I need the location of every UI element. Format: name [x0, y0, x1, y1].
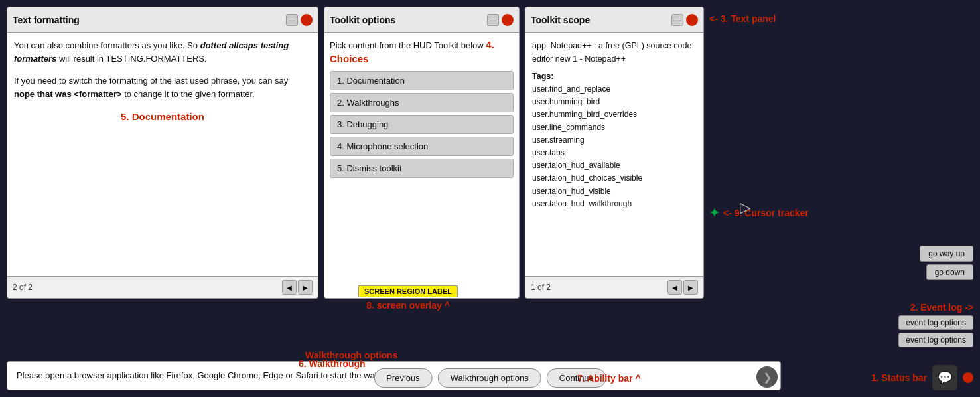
choice-item-5[interactable]: 5. Dismiss toolkit	[330, 159, 514, 178]
toolkit-options-header: Toolkit options —	[324, 7, 519, 33]
choice-item-4[interactable]: 4. Microphone selection	[330, 137, 514, 156]
text-formatting-para1: You can also combine formatters as you l…	[14, 39, 311, 65]
screen-overlay-annotation: 8. screen overlay ^	[366, 300, 450, 311]
status-bar-area: 1. Status bar 💬	[871, 365, 973, 390]
toolkit-options-desc: Pick content from the HUD Toolkit below …	[330, 38, 514, 66]
scope-tag-1: user.humming_bird	[532, 96, 697, 108]
go-way-up-button[interactable]: go way up	[920, 246, 973, 262]
walkthrough-options-button[interactable]: Walkthrough options	[438, 368, 541, 388]
toolkit-scope-panel: Toolkit scope — app: Notepad++ : a free …	[525, 7, 704, 299]
text-formatting-next-button[interactable]: ▶	[298, 280, 313, 295]
chat-icon: 💬	[938, 370, 952, 385]
toolkit-scope-prev-button[interactable]: ◀	[667, 280, 682, 295]
cursor-tracker-area: ✦ <- 9. Cursor tracker	[709, 206, 809, 220]
choice-list: 1. Documentation 2. Walkthroughs 3. Debu…	[330, 71, 514, 178]
toolkit-scope-header: Toolkit scope —	[525, 7, 703, 33]
cursor-arrow-icon: ▷	[740, 199, 751, 216]
text-formatting-controls: —	[286, 14, 313, 26]
screen-overlay-area: SCREEN REGION LABEL 8. screen overlay ^	[358, 285, 458, 311]
toolkit-scope-close-button[interactable]	[686, 14, 698, 26]
scope-tag-5: user.tabs	[532, 147, 697, 159]
toolkit-options-panel: Toolkit options — Pick content from the …	[324, 7, 520, 299]
scope-tag-9: user.talon_hud_walkthrough	[532, 198, 697, 210]
toolkit-scope-footer: 1 of 2 ◀ ▶	[525, 276, 703, 298]
scope-tag-6: user.talon_hud_available	[532, 159, 697, 172]
right-buttons: go way up go down	[920, 246, 973, 280]
scope-tag-3: user.line_commands	[532, 121, 697, 134]
text-formatting-prev-button[interactable]: ◀	[282, 280, 297, 295]
choice-item-1[interactable]: 1. Documentation	[330, 71, 514, 90]
text-panel-annotation: <- 3. Text panel	[709, 13, 776, 24]
toolkit-options-title: Toolkit options	[330, 15, 395, 25]
event-log-annotation: 2. Event log ->	[910, 302, 973, 313]
status-bar-annotation: 1. Status bar	[871, 372, 927, 383]
text-formatting-minimize-button[interactable]: —	[286, 14, 298, 26]
toolkit-options-close-button[interactable]	[502, 14, 514, 26]
toolkit-options-controls: —	[487, 14, 514, 26]
choice-item-3[interactable]: 3. Debugging	[330, 115, 514, 134]
previous-button[interactable]: Previous	[374, 368, 433, 388]
toolkit-options-content: Pick content from the HUD Toolkit below …	[324, 33, 519, 298]
text-formatting-para2: If you need to switch the formatting of …	[14, 74, 311, 100]
documentation-annotation: 5. Documentation	[14, 110, 311, 125]
scope-tag-7: user.talon_hud_choices_visible	[532, 172, 697, 185]
toolkit-scope-page: 1 of 2	[531, 283, 551, 292]
screen-region-label: SCREEN REGION LABEL	[358, 285, 458, 297]
scope-tags-list: user.find_and_replace user.humming_bird …	[532, 83, 697, 210]
scope-tags-label: Tags:	[532, 70, 697, 83]
toolkit-scope-controls: —	[671, 14, 698, 26]
toolkit-scope-pagination: ◀ ▶	[667, 280, 698, 295]
walkthrough-annotation: 6. Walkthrough	[299, 358, 366, 369]
event-log-area: 2. Event log -> event log options event …	[898, 302, 973, 347]
text-formatting-panel: Text formatting — You can also combine f…	[7, 7, 318, 299]
toolkit-scope-minimize-button[interactable]: —	[671, 14, 683, 26]
toolkit-scope-content: app: Notepad++ : a free (GPL) source cod…	[525, 33, 703, 276]
toolkit-scope-title: Toolkit scope	[531, 15, 590, 25]
text-formatting-footer: 2 of 2 ◀ ▶	[7, 276, 318, 298]
status-dot	[963, 372, 973, 383]
bottom-nav: Previous Walkthrough options Continue	[374, 368, 606, 388]
text-formatting-header: Text formatting —	[7, 7, 318, 33]
ability-bar-annotation: 7. Ability bar ^	[577, 373, 641, 384]
text-formatting-content: You can also combine formatters as you l…	[7, 33, 318, 276]
cursor-tracker-icon: ✦	[709, 206, 719, 220]
choice-item-2[interactable]: 2. Walkthroughs	[330, 93, 514, 112]
text-formatting-title: Text formatting	[13, 15, 80, 25]
scope-tag-2: user.humming_bird_overrides	[532, 108, 697, 121]
scope-tag-4: user.streaming	[532, 134, 697, 147]
toolkit-scope-next-button[interactable]: ▶	[683, 280, 698, 295]
event-log-options-button-1[interactable]: event log options	[898, 315, 973, 330]
text-formatting-pagination: ◀ ▶	[282, 280, 313, 295]
cursor-tracker-annotation: <- 9. Cursor tracker	[723, 208, 809, 218]
text-formatting-close-button[interactable]	[301, 14, 313, 26]
scope-tag-8: user.talon_hud_visible	[532, 185, 697, 198]
scope-tag-0: user.find_and_replace	[532, 83, 697, 96]
event-log-options-button-2[interactable]: event log options	[898, 333, 973, 347]
toolkit-options-minimize-button[interactable]: —	[487, 14, 499, 26]
status-bar-chat-button[interactable]: 💬	[932, 365, 957, 390]
go-down-button[interactable]: go down	[926, 264, 973, 280]
ability-forward-button[interactable]: ❯	[756, 366, 778, 388]
scope-app-text: app: Notepad++ : a free (GPL) source cod…	[532, 39, 697, 66]
text-formatting-page: 2 of 2	[13, 283, 33, 292]
